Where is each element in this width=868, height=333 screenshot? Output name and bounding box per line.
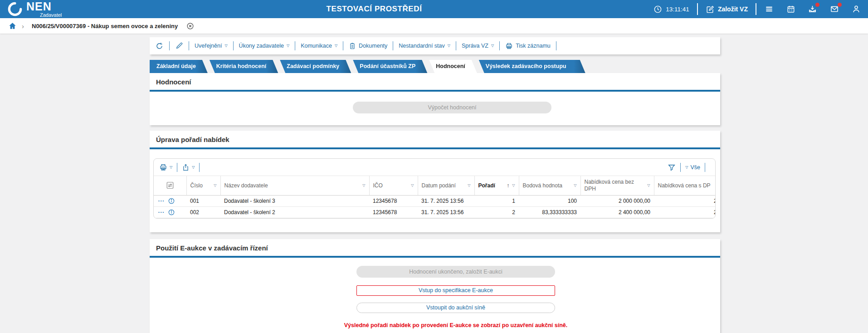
divider	[680, 163, 681, 172]
eaukce-warning-text: Výsledné pořadí nabídek po provedení E-a…	[344, 322, 568, 328]
breadcrumb-chevron: ›	[22, 22, 24, 30]
clock-time: 13:11:41	[666, 6, 689, 13]
grid-filter-button[interactable]	[668, 163, 676, 171]
row-info-icon[interactable]	[168, 209, 175, 216]
menu-dokumenty[interactable]: Dokumenty	[348, 42, 388, 50]
column-settings-header[interactable]	[154, 176, 186, 195]
header-cena-s-dph[interactable]: Nabídková cena s DP	[654, 176, 716, 195]
tab-vysledek[interactable]: Výsledek zadávacího postupu	[479, 60, 585, 73]
filter-caret-icon[interactable]: ▽	[468, 183, 470, 188]
cell-nazev: Dodavatel - školení 2	[220, 206, 369, 218]
menu-uverejneni[interactable]: Uveřejnění ▽	[194, 43, 229, 49]
refresh-button[interactable]	[154, 42, 165, 50]
section-hodnoceni: Hodnocení Výpočet hodnocení	[150, 73, 720, 125]
cell-datum: 31. 7. 2025 13:56	[418, 206, 474, 218]
tab-kriteria-hodnoceni[interactable]: Kritéria hodnocení	[210, 60, 278, 73]
breadcrumb-title[interactable]: N006/25/V00007369 - Nákup semen ovoce a …	[32, 23, 178, 29]
filter-caret-icon[interactable]: ▽	[411, 183, 414, 188]
header-nazev-dodavatele[interactable]: Název dodavatele ▽	[220, 176, 369, 195]
caret-down-icon: ▽	[192, 166, 195, 169]
caret-down-icon: ▽	[335, 44, 337, 48]
vypocet-hodnoceni-button[interactable]: Výpočet hodnocení	[353, 102, 551, 113]
brand-role: Zadavatel	[40, 13, 62, 18]
nen-logo-icon	[7, 1, 23, 17]
caret-down-icon: ▽	[448, 44, 450, 48]
breadcrumb: › N006/25/V00007369 - Nákup semen ovoce …	[0, 18, 868, 34]
divider	[233, 41, 234, 50]
filter-caret-icon[interactable]: ▽	[647, 183, 650, 188]
eaukce-finish-button[interactable]: Hodnocení ukončeno, založit E-aukci	[356, 266, 555, 278]
header-datum-podani[interactable]: Datum podání ▽	[418, 176, 474, 195]
caret-down-icon: ▽	[685, 166, 688, 169]
eaukce-spec-button[interactable]: Vstup do specifikace E-aukce	[356, 285, 555, 296]
create-vz-button[interactable]: Založit VZ	[706, 5, 748, 14]
cell-cislo: 002	[186, 206, 220, 218]
menu-hamburger-icon[interactable]	[764, 5, 774, 14]
tab-podani-ucastniku[interactable]: Podání účastníků ZP	[353, 60, 427, 73]
grid-view-all-dropdown[interactable]: ▽ Vše	[685, 164, 700, 171]
filter-caret-icon[interactable]: ▽	[214, 183, 216, 188]
menu-ukony-zadavatele[interactable]: Úkony zadavatele ▽	[238, 43, 291, 49]
app-logo[interactable]: NEN Zadavatel	[7, 1, 62, 18]
cell-cena-bez: 2 400 000,00	[580, 206, 654, 218]
header-cena-bez-dph[interactable]: Nabídková cena bez DPH ▽	[580, 176, 654, 195]
menu-nestandardni-stav[interactable]: Nestandardní stav ▽	[398, 43, 451, 49]
close-record-icon[interactable]	[186, 22, 194, 30]
downloads-tray-button[interactable]	[808, 5, 817, 14]
section-eaukce: Použití E-aukce v zadávacím řízení Hodno…	[150, 239, 720, 333]
offers-table: Číslo ▽ Název dodavatele ▽ IČO ▽ Datum	[154, 176, 716, 218]
downloads-badge	[815, 3, 819, 7]
header-cislo[interactable]: Číslo ▽	[186, 176, 220, 195]
table-row: ••• 002 Dodavatel - školení 2 12345678 3…	[154, 206, 716, 218]
edit-button[interactable]	[174, 42, 184, 50]
table-header-row: Číslo ▽ Název dodavatele ▽ IČO ▽ Datum	[154, 176, 716, 195]
mail-button[interactable]	[829, 5, 839, 14]
filter-caret-icon[interactable]: ▽	[574, 183, 576, 188]
tab-hodnoceni[interactable]: Hodnocení	[429, 60, 477, 73]
record-action-toolbar: Uveřejnění ▽ Úkony zadavatele ▽ Komunika…	[150, 37, 720, 54]
divider	[393, 41, 393, 50]
tab-zadavaci-podminky[interactable]: Zadávací podmínky	[280, 60, 351, 73]
home-icon[interactable]	[8, 22, 17, 30]
cell-bodova: 83,333333333	[519, 206, 580, 218]
tab-zakladni-udaje[interactable]: Základní údaje	[150, 60, 208, 73]
cell-poradi: 1	[474, 195, 519, 206]
grid-print-button[interactable]: ▽	[159, 163, 172, 171]
divider	[556, 41, 556, 50]
divider	[199, 163, 200, 172]
offers-grid-card: ▽ ▽	[153, 158, 716, 219]
header-ico[interactable]: IČO ▽	[369, 176, 418, 195]
caret-down-icon: ▽	[287, 44, 289, 48]
cell-poradi: 2	[474, 206, 519, 218]
table-row: ••• 001 Dodavatel - školení 3 12345678 3…	[154, 195, 716, 206]
filter-caret-icon[interactable]: ▽	[362, 183, 365, 188]
section-title: Hodnocení	[150, 73, 720, 90]
header-bodova-hodnota[interactable]: Bodová hodnota ▽	[519, 176, 580, 195]
document-icon	[349, 42, 356, 50]
section-title: Úprava pořadí nabídek	[150, 131, 720, 147]
cell-ico: 12345678	[369, 206, 418, 218]
divider	[756, 3, 756, 15]
calendar-icon[interactable]	[786, 5, 795, 14]
cell-ico: 12345678	[369, 195, 418, 206]
eaukce-hall-button[interactable]: Vstoupit do aukční síně	[356, 303, 555, 313]
edit-note-icon	[706, 5, 714, 14]
row-menu-icon[interactable]: •••	[158, 199, 165, 203]
divider	[697, 3, 698, 15]
grid-export-button[interactable]: ▽	[182, 163, 195, 171]
section-underline	[150, 147, 720, 149]
header-poradi[interactable]: Pořadí ↑ ▽	[474, 176, 519, 195]
divider	[343, 41, 343, 50]
divider	[189, 41, 189, 50]
menu-komunikace[interactable]: Komunikace ▽	[300, 43, 338, 49]
row-menu-icon[interactable]: •••	[158, 210, 165, 214]
user-profile-icon[interactable]	[852, 5, 861, 14]
row-info-icon[interactable]	[168, 197, 175, 205]
menu-tisk-zaznamu[interactable]: Tisk záznamu	[504, 42, 551, 50]
cell-bodova: 100	[519, 195, 580, 206]
menu-sprava-vz[interactable]: Správa VZ ▽	[461, 43, 495, 49]
filter-caret-icon[interactable]: ▽	[512, 183, 515, 188]
column-settings-icon[interactable]	[157, 181, 183, 190]
divider	[499, 41, 500, 50]
spacer	[150, 232, 868, 239]
